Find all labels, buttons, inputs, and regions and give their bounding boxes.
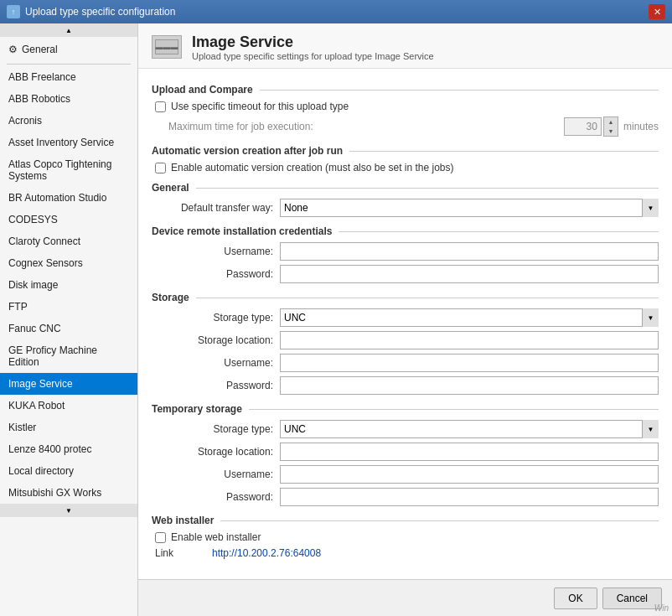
default-transfer-way-select-wrapper: None UNC FTP Local directory ▼ [280, 199, 659, 217]
title-bar-text: Upload type specific configuration [25, 6, 175, 18]
sidebar: ▲ ⚙ General ABB Freelance ABB Robotics A… [0, 23, 138, 616]
device-username-label: Username: [152, 246, 273, 257]
enable-auto-version-row: Enable automatic version creation (must … [152, 162, 659, 173]
temp-storage-type-row: Storage type: UNC FTP Local directory ▼ [152, 420, 659, 438]
device-username-row: Username: [152, 242, 659, 261]
sidebar-item-kistler[interactable]: Kistler [0, 417, 137, 438]
sidebar-item-fanuc-cnc[interactable]: Fanuc CNC [0, 318, 137, 339]
sidebar-scroll-up[interactable]: ▲ [0, 23, 137, 37]
link-row: Link http://10.200.2.76:64008 [152, 547, 659, 559]
sidebar-item-abb-robotics[interactable]: ABB Robotics [0, 88, 137, 110]
temp-storage-type-label: Storage type: [152, 423, 273, 435]
section-general: General [152, 182, 659, 194]
storage-location-input[interactable] [280, 331, 659, 349]
device-password-label: Password: [152, 268, 273, 280]
general-label: General [22, 44, 58, 55]
main-container: ▲ ⚙ General ABB Freelance ABB Robotics A… [0, 23, 672, 616]
section-auto-version: Automatic version creation after job run [152, 145, 659, 157]
use-specific-timeout-row: Use specific timeout for this upload typ… [152, 101, 659, 112]
storage-username-label: Username: [152, 357, 273, 369]
sidebar-items: ⚙ General ABB Freelance ABB Robotics Acr… [0, 37, 137, 504]
device-password-input[interactable] [280, 265, 659, 283]
service-icon: ▬▬▬ [152, 35, 182, 59]
link-value[interactable]: http://10.200.2.76:64008 [212, 547, 321, 559]
sidebar-item-local-directory[interactable]: Local directory [0, 460, 137, 482]
watermark: Win [654, 603, 669, 613]
sidebar-item-br-automation[interactable]: BR Automation Studio [0, 187, 137, 209]
page-title: Image Service [192, 34, 434, 51]
sidebar-item-ge-proficy[interactable]: GE Proficy Machine Edition [0, 339, 137, 373]
storage-type-row: Storage type: UNC FTP Local directory ▼ [152, 308, 659, 327]
temp-storage-type-select-wrapper: UNC FTP Local directory ▼ [280, 420, 659, 438]
sidebar-item-codesys[interactable]: CODESYS [0, 209, 137, 230]
temp-storage-location-input[interactable] [280, 443, 659, 461]
section-temp-storage: Temporary storage [152, 403, 659, 415]
storage-location-row: Storage location: [152, 331, 659, 349]
section-device-remote: Device remote installation credentials [152, 225, 659, 237]
temp-storage-password-input[interactable] [280, 488, 659, 506]
sidebar-item-disk-image[interactable]: Disk image [0, 274, 137, 296]
section-web-installer: Web installer [152, 515, 659, 526]
sidebar-item-atlas-copco[interactable]: Atlas Copco Tightening Systems [0, 153, 137, 187]
sidebar-item-abb-freelance[interactable]: ABB Freelance [0, 66, 137, 88]
storage-password-row: Password: [152, 376, 659, 395]
section-upload-compare: Upload and Compare [152, 84, 659, 96]
default-transfer-way-row: Default transfer way: None UNC FTP Local… [152, 199, 659, 217]
sidebar-item-cognex[interactable]: Cognex Sensors [0, 252, 137, 274]
storage-username-input[interactable] [280, 354, 659, 372]
enable-auto-version-label: Enable automatic version creation (must … [171, 162, 454, 173]
storage-password-input[interactable] [280, 376, 659, 395]
cancel-button[interactable]: Cancel [602, 588, 662, 609]
sidebar-item-general[interactable]: ⚙ General [0, 37, 137, 62]
device-username-input[interactable] [280, 242, 659, 261]
storage-location-label: Storage location: [152, 334, 273, 346]
storage-password-label: Password: [152, 380, 273, 391]
app-icon: ↑ [7, 5, 20, 18]
spinner-up-button[interactable]: ▲ [604, 117, 618, 127]
max-time-input[interactable]: 30 [564, 117, 602, 136]
title-bar: ↑ Upload type specific configuration ✕ [0, 0, 672, 23]
footer: OK Cancel [138, 579, 672, 616]
sidebar-item-image-service[interactable]: Image Service [0, 373, 137, 395]
sidebar-item-lenze[interactable]: Lenze 8400 protec [0, 438, 137, 460]
sidebar-item-ftp[interactable]: FTP [0, 296, 137, 318]
temp-storage-location-label: Storage location: [152, 446, 273, 458]
use-specific-timeout-label: Use specific timeout for this upload typ… [171, 101, 349, 112]
content-scroll: Upload and Compare Use specific timeout … [138, 69, 672, 579]
content-header: ▬▬▬ Image Service Upload type specific s… [138, 23, 672, 69]
sidebar-item-asset-inventory[interactable]: Asset Inventory Service [0, 132, 137, 153]
close-button[interactable]: ✕ [649, 4, 665, 19]
sidebar-item-acronis[interactable]: Acronis [0, 110, 137, 132]
section-storage: Storage [152, 292, 659, 303]
default-transfer-way-label: Default transfer way: [152, 202, 273, 214]
temp-storage-username-input[interactable] [280, 465, 659, 484]
storage-username-row: Username: [152, 354, 659, 372]
ok-button[interactable]: OK [554, 588, 597, 609]
max-time-row: Maximum time for job execution: 30 ▲ ▼ m… [152, 116, 659, 137]
temp-storage-username-row: Username: [152, 465, 659, 484]
content-area: ▬▬▬ Image Service Upload type specific s… [138, 23, 672, 616]
temp-storage-type-select[interactable]: UNC FTP Local directory [280, 420, 659, 438]
temp-storage-location-row: Storage location: [152, 443, 659, 461]
storage-type-select-wrapper: UNC FTP Local directory ▼ [280, 308, 659, 327]
temp-storage-username-label: Username: [152, 468, 273, 480]
use-specific-timeout-checkbox[interactable] [155, 101, 166, 112]
sidebar-divider [7, 64, 131, 65]
sidebar-item-kuka-robot[interactable]: KUKA Robot [0, 395, 137, 417]
spinner-buttons: ▲ ▼ [603, 116, 618, 137]
storage-type-label: Storage type: [152, 312, 273, 324]
storage-type-select[interactable]: UNC FTP Local directory [280, 308, 659, 327]
max-time-label: Maximum time for job execution: [168, 121, 557, 132]
sidebar-item-mitsubishi[interactable]: Mitsubishi GX Works [0, 482, 137, 504]
gear-icon: ⚙ [8, 44, 18, 55]
link-label: Link [155, 547, 205, 559]
service-icon-inner: ▬▬▬ [155, 39, 178, 54]
default-transfer-way-select[interactable]: None UNC FTP Local directory [280, 199, 659, 217]
enable-web-installer-checkbox[interactable] [155, 532, 166, 543]
max-time-input-group: 30 ▲ ▼ minutes [564, 116, 659, 137]
sidebar-scroll-down[interactable]: ▼ [0, 504, 137, 517]
enable-auto-version-checkbox[interactable] [155, 163, 166, 173]
sidebar-item-claroty[interactable]: Claroty Connect [0, 230, 137, 252]
content-header-text: Image Service Upload type specific setti… [192, 34, 434, 61]
spinner-down-button[interactable]: ▼ [604, 127, 618, 136]
